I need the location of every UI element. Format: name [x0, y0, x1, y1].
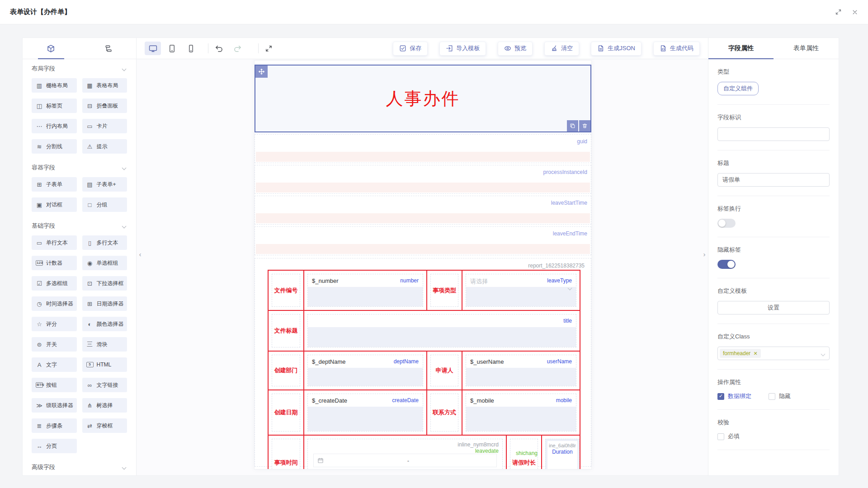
hidden-field-value-area — [256, 213, 590, 223]
cell-field-create-date[interactable]: $_createDatecreateDate — [304, 390, 427, 435]
canvas-fullscreen-button[interactable] — [265, 45, 273, 52]
cell-field-title[interactable]: title — [304, 311, 580, 351]
field-key-label: 字段标识 — [717, 113, 830, 122]
designer-main: 保存 导入模板 预览 清空 生成JSON — [137, 38, 708, 475]
label-wrap-toggle[interactable] — [717, 219, 736, 228]
palette-item-checkbox-group[interactable]: ☑多选框组 — [32, 276, 77, 291]
hide-label-toggle[interactable] — [717, 260, 736, 269]
palette-item-counter[interactable]: 123计数器 — [32, 256, 77, 270]
cell-field-user-name[interactable]: $_userNameuserName — [462, 352, 580, 389]
hidden-field-process-instance-id[interactable]: processInstanceId — [255, 165, 591, 194]
palette-item-dialog[interactable]: ▣对话框 — [32, 197, 77, 212]
palette-item-subform-plus[interactable]: ▤子表单+ — [82, 177, 127, 192]
hidden-checkbox[interactable]: 隐藏 — [769, 392, 791, 400]
close-icon[interactable] — [852, 9, 858, 15]
palette-item-table-layout[interactable]: ▦表格布局 — [82, 78, 127, 93]
field-id-label: ine_6ai0h8lr — [549, 443, 576, 448]
hidden-field-guid[interactable]: guid — [255, 134, 591, 163]
palette-item-radio-group[interactable]: ◉单选框组 — [82, 256, 127, 270]
collapse-left-panel-handle[interactable]: ‹ — [137, 244, 144, 264]
save-button[interactable]: 保存 — [393, 42, 428, 56]
tab-outline[interactable] — [80, 38, 137, 59]
title-input[interactable] — [717, 173, 830, 187]
palette-item-inline-layout[interactable]: ⋯行内布局 — [32, 119, 77, 133]
section-header[interactable]: 容器字段 — [32, 164, 127, 172]
palette-item-html[interactable]: 5HTML — [82, 357, 127, 372]
palette-item-card[interactable]: ▭卡片 — [82, 119, 127, 133]
cell-label-applicant: 申请人 — [427, 352, 462, 389]
date-picker-icon: ⊞ — [86, 300, 94, 307]
copy-component-button[interactable] — [567, 120, 578, 131]
cell-field-duration[interactable]: ine_6ai0h8lr Duration — [542, 436, 583, 469]
form-header-component-selected[interactable]: 人事办件 — [255, 65, 591, 132]
generate-code-button[interactable]: 生成代码 — [653, 42, 700, 56]
chevron-down-icon — [122, 224, 127, 228]
toolbar-actions: 保存 导入模板 预览 清空 生成JSON — [393, 42, 700, 56]
device-tablet-button[interactable] — [164, 42, 180, 55]
palette-item-color-picker[interactable]: ◐颜色选择器 — [82, 317, 127, 331]
palette-item-tabs[interactable]: ◫标签页 — [32, 99, 77, 113]
hidden-field-leave-start-time[interactable]: leaveStartTime — [255, 196, 591, 225]
preview-button[interactable]: 预览 — [498, 42, 533, 56]
trash-icon — [582, 123, 588, 129]
palette-item-group[interactable]: □分组 — [82, 197, 127, 212]
custom-class-select[interactable]: formheader ✕ — [717, 347, 830, 360]
device-desktop-button[interactable] — [145, 42, 161, 55]
palette-item-divider[interactable]: ≋分割线 — [32, 139, 77, 154]
cell-field-date-range[interactable]: inline_nym8mcrd leavedate - — [304, 436, 507, 469]
palette-item-button[interactable]: BTN按钮 — [32, 378, 77, 392]
device-phone-button[interactable] — [183, 42, 199, 55]
design-canvas[interactable]: ‹ › 人事办件 — [137, 59, 708, 475]
cell-field-leave-type[interactable]: 请选择leaveType — [462, 271, 580, 310]
date-range-picker[interactable]: - — [313, 454, 497, 467]
tab-field-properties[interactable]: 字段属性 — [708, 38, 774, 59]
tab-form-properties[interactable]: 表单属性 — [774, 38, 839, 59]
cell-field-mobile[interactable]: $_mobilemobile — [462, 390, 580, 435]
copy-icon — [570, 123, 576, 129]
palette-item-select[interactable]: ⊡下拉选择框 — [82, 276, 127, 291]
section-header[interactable]: 布局字段 — [32, 65, 127, 73]
palette-item-subform[interactable]: ⊞子表单 — [32, 177, 77, 192]
palette-item-collapse-panel[interactable]: ⊟折叠面板 — [82, 99, 127, 113]
palette-item-single-line-text[interactable]: ▭单行文本 — [32, 235, 77, 250]
required-checkbox[interactable]: 必填 — [717, 432, 740, 441]
inline-layout-icon: ⋯ — [36, 123, 43, 130]
cell-field-dept-name[interactable]: $_deptNamedeptName — [304, 352, 427, 389]
cell-field-number[interactable]: $_numbernumber — [304, 271, 427, 310]
palette-item-text[interactable]: A文字 — [32, 357, 77, 372]
palette-item-link[interactable]: ∞文字链接 — [82, 378, 127, 392]
palette-item-tree-select[interactable]: ⋔树选择 — [82, 398, 127, 413]
data-binding-checkbox[interactable]: 数据绑定 — [717, 392, 751, 400]
redo-button[interactable] — [233, 44, 242, 53]
form-title: 人事办件 — [386, 87, 460, 110]
custom-template-settings-button[interactable]: 设置 — [717, 301, 830, 314]
report-table-component[interactable]: report_1622518382735 文件编号 $_numbernumber… — [255, 258, 591, 467]
palette-item-rating[interactable]: ☆评分 — [32, 317, 77, 331]
palette-item-date-picker[interactable]: ⊞日期选择器 — [82, 296, 127, 311]
palette-item-transfer[interactable]: ⇄穿梭框 — [82, 418, 127, 433]
hidden-field-leave-end-time[interactable]: leaveEndTime — [255, 226, 591, 255]
redo-icon — [233, 44, 242, 53]
section-header[interactable]: 高级字段 — [32, 463, 127, 471]
section-header[interactable]: 基础字段 — [32, 222, 127, 230]
generate-json-button[interactable]: 生成JSON — [591, 42, 642, 56]
tab-components[interactable] — [23, 38, 80, 59]
field-key-input[interactable] — [717, 127, 830, 141]
drag-handle[interactable] — [255, 66, 268, 78]
palette-item-alert[interactable]: ⚠提示 — [82, 139, 127, 154]
palette-item-grid-layout[interactable]: ▥栅格布局 — [32, 78, 77, 93]
collapse-right-panel-handle[interactable]: › — [701, 244, 708, 264]
palette-item-cascader[interactable]: ≫级联选择器 — [32, 398, 77, 413]
palette-item-time-picker[interactable]: ◷时间选择器 — [32, 296, 77, 311]
palette-item-steps[interactable]: ≣步骤条 — [32, 418, 77, 433]
fullscreen-toggle-icon[interactable] — [835, 9, 842, 15]
palette-item-multi-line-text[interactable]: ▯多行文本 — [82, 235, 127, 250]
palette-item-pagination[interactable]: ↔分页 — [32, 439, 77, 453]
import-template-button[interactable]: 导入模板 — [439, 42, 486, 56]
delete-component-button[interactable] — [579, 120, 590, 131]
palette-item-slider[interactable]: 三滑块 — [82, 337, 127, 352]
remove-tag-icon[interactable]: ✕ — [753, 351, 757, 357]
clear-button[interactable]: 清空 — [544, 42, 579, 56]
palette-item-switch[interactable]: ⊜开关 — [32, 337, 77, 352]
undo-button[interactable] — [215, 44, 223, 53]
